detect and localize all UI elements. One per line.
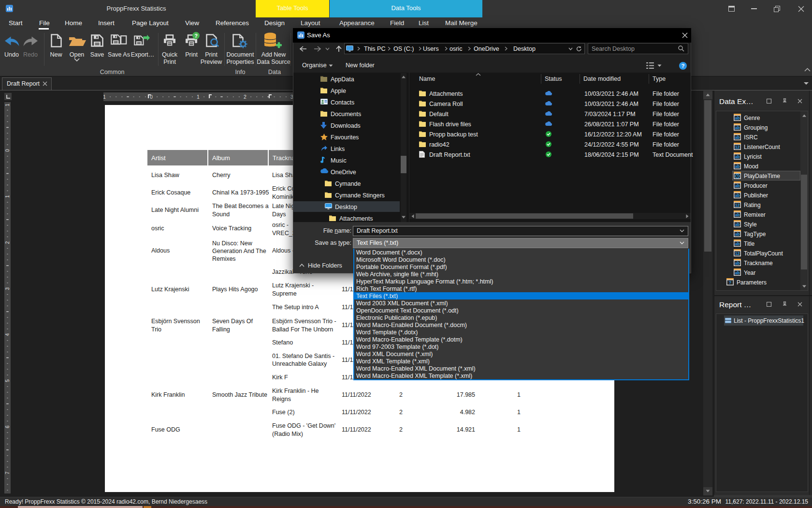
svg-text:ab: ab <box>735 261 740 266</box>
svg-text:ab: ab <box>735 270 740 275</box>
svg-text:3: 3 <box>5 287 10 290</box>
svg-text:12: 12 <box>735 203 740 208</box>
svg-text:ab: ab <box>735 222 740 227</box>
svg-text:1: 1 <box>103 94 106 100</box>
svg-text:6: 6 <box>5 425 10 428</box>
svg-text:12: 12 <box>735 251 740 256</box>
svg-text:?: ? <box>681 63 684 69</box>
svg-text:0: 0 <box>5 149 10 152</box>
svg-text:ab: ab <box>735 125 740 130</box>
svg-text:ab: ab <box>735 154 740 159</box>
svg-text:?: ? <box>194 33 198 39</box>
svg-text:ab: ab <box>735 212 740 217</box>
svg-text:2: 2 <box>5 241 10 244</box>
svg-text:ab: ab <box>735 164 740 169</box>
svg-text:4: 4 <box>5 333 10 336</box>
svg-text:ab: ab <box>735 241 740 246</box>
svg-text:ab: ab <box>735 183 740 188</box>
svg-text:5: 5 <box>5 379 10 382</box>
svg-text:ab: ab <box>735 135 740 140</box>
svg-text:?: ? <box>729 280 732 285</box>
svg-text:1: 1 <box>5 195 10 198</box>
svg-text:2: 2 <box>244 94 246 100</box>
svg-text:ab: ab <box>735 193 740 198</box>
svg-text:1: 1 <box>197 94 200 100</box>
svg-text:ab: ab <box>735 232 740 237</box>
svg-text:ab: ab <box>735 116 740 120</box>
svg-text:1: 1 <box>5 104 10 106</box>
svg-text:12: 12 <box>735 145 740 149</box>
svg-text:7: 7 <box>5 471 10 474</box>
